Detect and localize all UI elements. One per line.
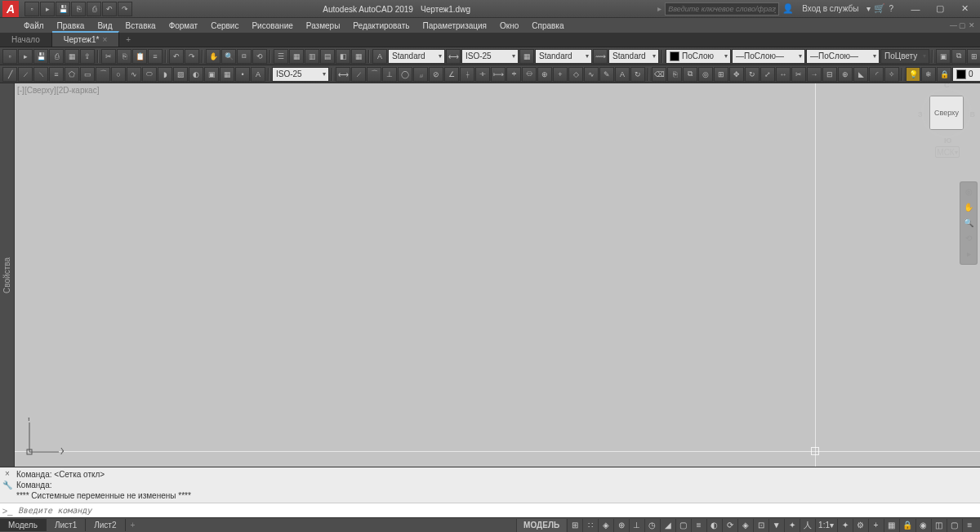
nav-orbit-icon[interactable]: ⟲ xyxy=(961,231,976,246)
plotstyle-dropdown[interactable]: ПоЦвету xyxy=(880,49,929,64)
zoom-prev-icon[interactable]: ⟲ xyxy=(252,49,267,64)
status-qp-icon[interactable]: ▦ xyxy=(884,519,898,532)
ellipse-arc-icon[interactable]: ◗ xyxy=(158,67,172,82)
rect-icon[interactable]: ▭ xyxy=(80,67,95,82)
cmd-settings-icon[interactable]: 🔧 xyxy=(2,481,12,490)
redo-icon[interactable]: ↷ xyxy=(118,2,132,16)
menu-dimension[interactable]: Размеры xyxy=(301,20,346,32)
dim-jogline-icon[interactable]: ∿ xyxy=(584,67,599,82)
table-style-icon[interactable]: ▦ xyxy=(519,49,534,64)
layout-tab-sheet1[interactable]: Лист1 xyxy=(47,519,86,531)
saveas-icon[interactable]: ⎘ xyxy=(71,2,86,16)
layout-add-button[interactable]: + xyxy=(126,519,140,531)
status-annomonitor-icon[interactable]: ✦ xyxy=(837,519,852,532)
point-icon[interactable]: • xyxy=(235,67,250,82)
spline-icon[interactable]: ∿ xyxy=(127,67,141,82)
color-dropdown[interactable]: ПоСлою xyxy=(666,49,731,64)
status-polar-icon[interactable]: ◷ xyxy=(644,519,659,532)
layer-freeze-icon[interactable]: ❄ xyxy=(921,67,936,82)
status-dynamicucs-icon[interactable]: ⊡ xyxy=(753,519,768,532)
linetype-dropdown[interactable]: — ПоСлою — xyxy=(732,49,805,64)
dim-rad-icon[interactable]: ◯ xyxy=(398,67,412,82)
dim-update-icon[interactable]: ↻ xyxy=(630,67,645,82)
status-units-icon[interactable]: + xyxy=(868,519,883,532)
insert-icon[interactable]: ⊞ xyxy=(967,49,980,64)
paste-icon[interactable]: 📋 xyxy=(132,49,147,64)
dim-linear-icon[interactable]: ⟷ xyxy=(336,67,350,82)
minimize-button[interactable]: — xyxy=(903,1,928,17)
dim-cont-icon[interactable]: ⟼ xyxy=(491,67,506,82)
layer-lock-icon[interactable]: 🔒 xyxy=(937,67,951,82)
status-workspace-icon[interactable]: ⚙ xyxy=(853,519,867,532)
fillet-icon[interactable]: ◜ xyxy=(869,67,884,82)
dc-icon[interactable]: ▦ xyxy=(289,49,304,64)
match-icon[interactable]: ≡ xyxy=(148,49,163,64)
ucs-icon[interactable]: Y X xyxy=(23,418,64,458)
status-lwt-icon[interactable]: ≡ xyxy=(691,519,706,532)
exchange-icon[interactable]: ▾ xyxy=(866,4,871,13)
text-style-icon[interactable]: A xyxy=(372,49,387,64)
join-icon[interactable]: ⊕ xyxy=(838,67,853,82)
redo2-icon[interactable]: ↷ xyxy=(185,49,199,64)
status-osnap-icon[interactable]: ▢ xyxy=(675,519,690,532)
viewcube[interactable]: Сверху С В Ю З xyxy=(929,96,964,130)
menu-format[interactable]: Формат xyxy=(163,20,204,32)
menu-window[interactable]: Окно xyxy=(494,20,524,32)
status-lock-icon[interactable]: 🔒 xyxy=(899,519,915,532)
nav-pan-icon[interactable]: ✋ xyxy=(961,200,976,215)
chamfer-icon[interactable]: ◣ xyxy=(853,67,868,82)
pline-icon[interactable]: ⟋ xyxy=(18,67,33,82)
text-style-dropdown[interactable]: Standard xyxy=(388,49,445,64)
layout-tab-model[interactable]: Модель xyxy=(0,519,47,531)
dim-style2-dropdown[interactable]: ISO-25 xyxy=(272,67,329,82)
menu-parametric[interactable]: Параметризация xyxy=(416,20,492,32)
move-icon[interactable]: ✥ xyxy=(729,67,744,82)
print-icon[interactable]: ⎙ xyxy=(49,49,64,64)
doc-window-controls[interactable]: — ▢ ✕ xyxy=(950,21,980,29)
stretch-icon[interactable]: ↔ xyxy=(776,67,791,82)
zoom-win-icon[interactable]: ⧈ xyxy=(237,49,252,64)
qcalc-icon[interactable]: ▦ xyxy=(351,49,366,64)
region-icon[interactable]: ▣ xyxy=(204,67,219,82)
doc-tab-start[interactable]: Начало xyxy=(0,33,52,47)
dim-arc-icon[interactable]: ⌒ xyxy=(367,67,381,82)
status-hw-icon[interactable]: ◉ xyxy=(915,519,930,532)
pan-icon[interactable]: ✋ xyxy=(206,49,220,64)
center-icon[interactable]: + xyxy=(553,67,568,82)
dim-style-icon[interactable]: ⟷ xyxy=(446,49,461,64)
open-icon[interactable]: ▸ xyxy=(40,2,55,16)
status-gizmo-icon[interactable]: ✦ xyxy=(784,519,799,532)
infocenter-icon[interactable]: 👤 xyxy=(782,3,794,14)
cart-icon[interactable]: 🛒 xyxy=(874,3,885,14)
layout-tab-sheet2[interactable]: Лист2 xyxy=(86,519,125,531)
dim-break-icon[interactable]: ⦵ xyxy=(522,67,537,82)
menu-draw[interactable]: Рисование xyxy=(246,20,298,32)
mirror-icon[interactable]: ⧉ xyxy=(683,67,697,82)
markup-icon[interactable]: ◧ xyxy=(336,49,350,64)
plot-icon[interactable]: ⎙ xyxy=(87,2,101,16)
polygon-icon[interactable]: ⬠ xyxy=(65,67,79,82)
trim-icon[interactable]: ✂ xyxy=(791,67,806,82)
status-infer-icon[interactable]: ◈ xyxy=(598,519,612,532)
dim-ord-icon[interactable]: ⊥ xyxy=(382,67,397,82)
status-3dosnap-icon[interactable]: ◈ xyxy=(737,519,752,532)
tab-close-icon[interactable]: × xyxy=(102,35,107,44)
menu-edit[interactable]: Правка xyxy=(51,20,91,32)
viewport-label[interactable]: [-][Сверху][2D-каркас] xyxy=(17,86,99,95)
copy-icon[interactable]: ⎘ xyxy=(117,49,131,64)
circle-icon[interactable]: ○ xyxy=(111,67,126,82)
dim-edit-icon[interactable]: ✎ xyxy=(599,67,614,82)
ml-style-icon[interactable]: ⟿ xyxy=(593,49,608,64)
cut-icon[interactable]: ✂ xyxy=(101,49,116,64)
save-doc-icon[interactable]: 💾 xyxy=(33,49,48,64)
nav-zoom-icon[interactable]: 🔍 xyxy=(961,216,976,230)
ssm-icon[interactable]: ▤ xyxy=(320,49,335,64)
help-icon[interactable]: ? xyxy=(889,4,893,13)
nav-showmotion-icon[interactable]: ▸ xyxy=(961,247,976,262)
dim-aligned-icon[interactable]: ⟋ xyxy=(351,67,366,82)
publish-icon[interactable]: ⇪ xyxy=(80,49,95,64)
scale-icon[interactable]: ⤢ xyxy=(760,67,775,82)
mtext-icon[interactable]: A xyxy=(251,67,265,82)
status-isolate-icon[interactable]: ◫ xyxy=(931,519,946,532)
wcs-dropdown[interactable]: МСК ▾ xyxy=(935,146,960,158)
